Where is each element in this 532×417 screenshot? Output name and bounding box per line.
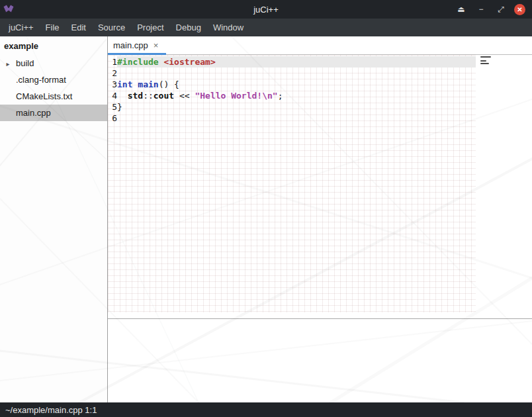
restore-button[interactable]: ⤢	[494, 3, 508, 16]
line-number: 2	[108, 68, 117, 79]
menu-jucipp[interactable]: juCi++	[3, 19, 40, 36]
minimap-mark	[480, 63, 489, 64]
line-number: 6	[108, 113, 117, 124]
menubar: juCi++ File Edit Source Project Debug Wi…	[0, 19, 532, 36]
output-panel[interactable]	[108, 318, 532, 402]
code-token-plain: }	[117, 102, 122, 112]
titlebar: juCi++ ⏏ − ⤢ ✕	[0, 0, 532, 19]
tabbar: main.cpp ×	[108, 36, 532, 55]
window-title: juCi++	[0, 5, 532, 15]
code-token-namespace: cout	[154, 91, 174, 101]
status-file-location: ~/example/main.cpp 1:1	[5, 405, 97, 415]
statusbar: ~/example/main.cpp 1:1	[0, 402, 532, 417]
tree-item-build[interactable]: ▸ build	[0, 55, 107, 71]
eject-icon[interactable]: ⏏	[455, 3, 468, 16]
code-token-keyword: int	[117, 79, 132, 89]
menu-edit[interactable]: Edit	[66, 19, 92, 36]
code-token-plain	[117, 91, 128, 101]
line-number: 5	[108, 101, 117, 113]
close-button[interactable]: ✕	[514, 4, 525, 15]
minimap	[480, 56, 495, 64]
tree-item-label: CMakeLists.txt	[16, 91, 72, 101]
minimap-mark	[480, 56, 491, 58]
code-line[interactable]: }	[117, 101, 476, 113]
file-tree-sidebar: example ▸ build .clang-format CMakeLists…	[0, 36, 108, 402]
tree-item-main-cpp[interactable]: main.cpp	[0, 105, 107, 121]
menu-file[interactable]: File	[40, 19, 66, 36]
tab-main-cpp[interactable]: main.cpp ×	[108, 36, 166, 54]
code-token-plain: () {	[159, 79, 179, 89]
line-numbers: 123456	[108, 56, 117, 124]
minimize-button[interactable]: −	[474, 3, 488, 16]
code-line[interactable]: int main() {	[117, 79, 476, 90]
tree-item-cmakelists[interactable]: CMakeLists.txt	[0, 88, 107, 105]
code-token-preproc: #include	[117, 57, 159, 67]
code-lines: #include <iostream> int main() { std::co…	[117, 56, 476, 124]
main-pane: main.cpp × 123456 #include <iostream> in…	[108, 36, 532, 402]
minimap-mark	[480, 60, 486, 62]
tree-item-clang-format[interactable]: .clang-format	[0, 71, 107, 88]
line-number: 1	[108, 56, 117, 68]
menu-source[interactable]: Source	[92, 19, 131, 36]
app-logo-icon	[0, 0, 17, 19]
menu-project[interactable]: Project	[131, 19, 169, 36]
code-line[interactable]	[117, 113, 476, 124]
tree-item-label: build	[16, 58, 34, 68]
code-token-plain: ::	[143, 91, 154, 101]
code-token-namespace: std	[128, 91, 143, 101]
line-number: 3	[108, 79, 117, 90]
code-line[interactable]	[117, 68, 476, 79]
code-line[interactable]: #include <iostream>	[117, 56, 476, 68]
code-token-function: main	[138, 79, 158, 89]
menu-window[interactable]: Window	[207, 19, 249, 36]
code-token-plain: ;	[278, 91, 283, 101]
expander-icon[interactable]: ▸	[5, 60, 11, 67]
code-token-include-path: <iostream>	[163, 57, 215, 67]
line-number: 4	[108, 90, 117, 101]
code-editor[interactable]: 123456 #include <iostream> int main() { …	[108, 55, 532, 318]
code-line[interactable]: std::cout << "Hello World!\n";	[117, 90, 476, 101]
tree-item-label: main.cpp	[16, 108, 51, 118]
window-controls: ⏏ − ⤢ ✕	[455, 3, 532, 16]
menu-debug[interactable]: Debug	[170, 19, 207, 36]
code-token-plain: <<	[174, 91, 195, 101]
content-area: example ▸ build .clang-format CMakeLists…	[0, 36, 532, 402]
app-window: juCi++ ⏏ − ⤢ ✕ juCi++ File Edit Source P…	[0, 0, 532, 417]
tab-label: main.cpp	[113, 40, 148, 50]
tree-item-label: .clang-format	[16, 75, 66, 85]
code-token-string: "Hello World!\n"	[195, 91, 277, 101]
tab-close-icon[interactable]: ×	[154, 41, 159, 50]
tree-root-example[interactable]: example	[0, 36, 107, 55]
